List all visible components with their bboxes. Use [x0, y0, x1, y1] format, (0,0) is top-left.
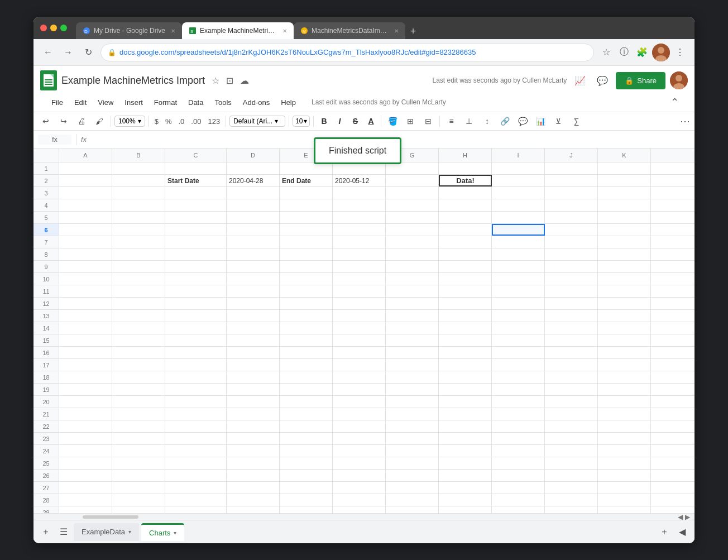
- col-header-a[interactable]: A: [59, 149, 112, 162]
- cell-i24[interactable]: [492, 445, 545, 457]
- cell-b25[interactable]: [112, 457, 165, 469]
- cell-d24[interactable]: [227, 445, 280, 457]
- cell-d26[interactable]: [227, 470, 280, 481]
- address-bar[interactable]: 🔒 docs.google.com/spreadsheets/d/1j8n2rK…: [100, 44, 594, 61]
- cell-i25[interactable]: [492, 457, 545, 469]
- cell-k15[interactable]: [598, 334, 651, 346]
- cell-e10[interactable]: [280, 273, 333, 285]
- cell-c12[interactable]: [165, 298, 227, 309]
- cell-e12[interactable]: [280, 298, 333, 309]
- cell-a28[interactable]: [59, 494, 112, 506]
- cell-i13[interactable]: [492, 310, 545, 322]
- toolbar-more-button[interactable]: ⋯: [680, 115, 690, 127]
- trend-button[interactable]: 📈: [571, 71, 589, 89]
- cell-b24[interactable]: [112, 445, 165, 457]
- cell-g20[interactable]: [386, 396, 439, 408]
- cell-j20[interactable]: [545, 396, 598, 408]
- cell-b5[interactable]: [112, 212, 165, 223]
- cell-d1[interactable]: [227, 162, 280, 174]
- cell-j7[interactable]: [545, 236, 598, 248]
- cell-d18[interactable]: [227, 371, 280, 383]
- cell-b8[interactable]: [112, 248, 165, 260]
- cell-k25[interactable]: [598, 457, 651, 469]
- cell-a3[interactable]: [59, 187, 112, 199]
- cell-a16[interactable]: [59, 347, 112, 358]
- cell-d11[interactable]: [227, 285, 280, 297]
- cell-a1[interactable]: [59, 162, 112, 174]
- info-button[interactable]: ⓘ: [616, 45, 632, 60]
- currency-button[interactable]: $: [152, 116, 161, 127]
- cell-d6[interactable]: [227, 224, 280, 236]
- cell-i9[interactable]: [492, 261, 545, 272]
- cell-g5[interactable]: [386, 212, 439, 223]
- cell-d27[interactable]: [227, 482, 280, 494]
- cell-j27[interactable]: [545, 482, 598, 494]
- cell-g21[interactable]: [386, 408, 439, 420]
- cell-i15[interactable]: [492, 334, 545, 346]
- cell-b22[interactable]: [112, 420, 165, 432]
- cell-h1[interactable]: [439, 162, 492, 174]
- cell-b15[interactable]: [112, 334, 165, 346]
- col-header-j[interactable]: J: [545, 149, 598, 162]
- cell-g2[interactable]: [386, 175, 439, 186]
- cell-h10[interactable]: [439, 273, 492, 285]
- cell-c1[interactable]: [165, 162, 227, 174]
- cell-i12[interactable]: [492, 298, 545, 309]
- cell-d10[interactable]: [227, 273, 280, 285]
- cell-a12[interactable]: [59, 298, 112, 309]
- cell-h21[interactable]: [439, 408, 492, 420]
- add-sheet-end-button[interactable]: +: [657, 524, 672, 540]
- user-avatar-header[interactable]: [670, 71, 688, 89]
- cell-e3[interactable]: [280, 187, 333, 199]
- cell-h5[interactable]: [439, 212, 492, 223]
- cell-g12[interactable]: [386, 298, 439, 309]
- cell-j11[interactable]: [545, 285, 598, 297]
- cell-k24[interactable]: [598, 445, 651, 457]
- cell-h18[interactable]: [439, 371, 492, 383]
- cell-b9[interactable]: [112, 261, 165, 272]
- user-avatar[interactable]: [652, 44, 670, 61]
- borders-button[interactable]: ⊞: [403, 113, 418, 129]
- cell-b29[interactable]: [112, 506, 165, 513]
- cell-b16[interactable]: [112, 347, 165, 358]
- sheet-tab-exampledata[interactable]: ExampleData ▾: [74, 523, 139, 541]
- cell-h24[interactable]: [439, 445, 492, 457]
- cell-i23[interactable]: [492, 433, 545, 444]
- cell-g25[interactable]: [386, 457, 439, 469]
- cell-d9[interactable]: [227, 261, 280, 272]
- cell-j13[interactable]: [545, 310, 598, 322]
- cell-j19[interactable]: [545, 384, 598, 395]
- cell-k11[interactable]: [598, 285, 651, 297]
- cell-j5[interactable]: [545, 212, 598, 223]
- sheet-tab-charts[interactable]: Charts ▾: [141, 523, 184, 541]
- cell-g28[interactable]: [386, 494, 439, 506]
- cell-c8[interactable]: [165, 248, 227, 260]
- cell-a25[interactable]: [59, 457, 112, 469]
- cell-e22[interactable]: [280, 420, 333, 432]
- browser-tab-2[interactable]: S Example MachineMetrics Impo... ✕: [182, 22, 294, 39]
- cell-j26[interactable]: [545, 470, 598, 481]
- cell-b17[interactable]: [112, 359, 165, 371]
- zoom-control[interactable]: 100% ▾: [114, 116, 145, 127]
- cell-h8[interactable]: [439, 248, 492, 260]
- cell-d21[interactable]: [227, 408, 280, 420]
- comment-toolbar-button[interactable]: 💬: [515, 113, 530, 129]
- cell-c13[interactable]: [165, 310, 227, 322]
- scroll-left-arrow[interactable]: ◀: [678, 513, 683, 520]
- cell-h11[interactable]: [439, 285, 492, 297]
- cell-h17[interactable]: [439, 359, 492, 371]
- cell-e7[interactable]: [280, 236, 333, 248]
- scroll-right-arrow[interactable]: ▶: [685, 513, 690, 520]
- cell-j22[interactable]: [545, 420, 598, 432]
- menu-button[interactable]: ⋮: [672, 45, 688, 60]
- cell-d12[interactable]: [227, 298, 280, 309]
- cell-b11[interactable]: [112, 285, 165, 297]
- cell-e14[interactable]: [280, 322, 333, 334]
- cell-c2[interactable]: Start Date: [165, 175, 227, 186]
- cell-j3[interactable]: [545, 187, 598, 199]
- col-header-d[interactable]: D: [227, 149, 280, 162]
- col-header-c[interactable]: C: [165, 149, 227, 162]
- merge-button[interactable]: ⊟: [420, 113, 436, 129]
- cell-e19[interactable]: [280, 384, 333, 395]
- cell-f12[interactable]: [333, 298, 386, 309]
